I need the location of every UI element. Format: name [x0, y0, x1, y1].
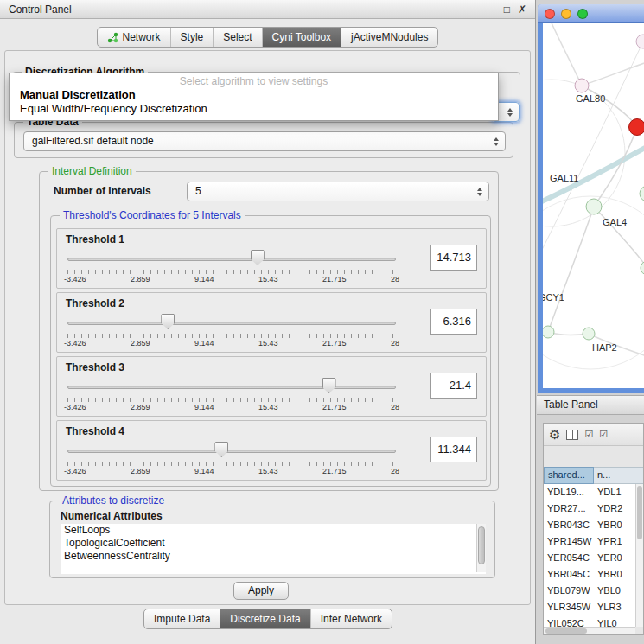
- threshold-4-slider[interactable]: -3.4262.8599.14415.4321.71528: [64, 438, 399, 478]
- slider-track[interactable]: [67, 322, 396, 325]
- gene-node[interactable]: [641, 261, 644, 275]
- tab-style[interactable]: Style: [170, 28, 214, 47]
- gene-node-gal4[interactable]: [586, 199, 602, 214]
- table-cell[interactable]: YDL1: [594, 484, 635, 501]
- table-row[interactable]: YBR045CYBR0: [544, 566, 635, 583]
- select-all-checkbox-icon[interactable]: ☑: [584, 430, 593, 439]
- table-cell[interactable]: YDL19...: [544, 484, 594, 501]
- float-window-icon[interactable]: □: [504, 3, 510, 16]
- table-cell[interactable]: YDR2: [594, 501, 635, 517]
- gene-node[interactable]: [640, 186, 644, 201]
- table-cell[interactable]: YDR27...: [544, 501, 594, 517]
- gene-node-hap2[interactable]: [583, 328, 595, 340]
- threshold-1-value[interactable]: 14.713: [430, 245, 477, 271]
- tab-cyni-toolbox[interactable]: Cyni Toolbox: [262, 28, 341, 47]
- list-item[interactable]: TopologicalCoefficient: [61, 537, 486, 550]
- column-header-shared-name[interactable]: shared...: [544, 467, 594, 484]
- slider-ticks: [67, 398, 396, 402]
- slider-thumb[interactable]: [214, 442, 228, 457]
- tab-jactivemnodules[interactable]: jActiveMNodules: [341, 28, 437, 47]
- tab-impute-data[interactable]: Impute Data: [144, 609, 220, 628]
- network-view-window[interactable]: GAL80 GAL11 GAL4 GCY1 HAP2: [538, 4, 644, 393]
- table-data-combobox[interactable]: galFiltered.sif default node: [23, 131, 506, 151]
- table-cell[interactable]: YIL0: [594, 615, 635, 627]
- minimize-traffic-light-icon[interactable]: [561, 9, 571, 19]
- threshold-2-value[interactable]: 6.316: [430, 309, 477, 335]
- number-of-intervals-combobox[interactable]: 5: [187, 182, 489, 201]
- threshold-3-slider[interactable]: -3.4262.8599.14415.4321.71528: [64, 374, 399, 414]
- table-vertical-scrollbar-thumb[interactable]: [637, 486, 642, 539]
- tab-discretize-data[interactable]: Discretize Data: [220, 609, 309, 628]
- list-item[interactable]: SelfLoops: [61, 524, 486, 537]
- attributes-scrollbar[interactable]: [476, 524, 486, 572]
- threshold-4-value[interactable]: 11.344: [430, 437, 477, 462]
- zoom-traffic-light-icon[interactable]: [577, 9, 588, 19]
- threshold-3-value[interactable]: 21.4: [430, 373, 477, 399]
- node-label-gcy1[interactable]: GCY1: [543, 292, 564, 303]
- table-cell[interactable]: YER054C: [544, 550, 594, 566]
- table-row[interactable]: YIL052CYIL0: [544, 615, 635, 627]
- table-cell[interactable]: YBR0: [594, 517, 635, 533]
- table-horizontal-scrollbar[interactable]: [544, 627, 635, 634]
- table-row[interactable]: YBL079WYBL0: [544, 583, 635, 599]
- table-row[interactable]: YER054CYER0: [544, 550, 635, 566]
- popup-option-manual-discretization[interactable]: Manual Discretization: [10, 88, 498, 102]
- table-cell[interactable]: YBR045C: [544, 566, 594, 583]
- table-cell[interactable]: YIL052C: [544, 615, 594, 627]
- table-row[interactable]: YLR345WYLR3: [544, 599, 635, 615]
- close-traffic-light-icon[interactable]: [545, 9, 555, 19]
- close-icon[interactable]: ✗: [518, 3, 526, 16]
- tab-network[interactable]: Network: [98, 28, 170, 47]
- table-row[interactable]: YPR145WYPR1: [544, 533, 635, 550]
- apply-button[interactable]: Apply: [233, 582, 289, 600]
- table-row[interactable]: YDL19...YDL1: [544, 484, 635, 501]
- node-label-gal4[interactable]: GAL4: [603, 217, 627, 227]
- gene-node-gal80[interactable]: [575, 79, 589, 92]
- gear-icon[interactable]: ⚙: [549, 428, 560, 441]
- table-horizontal-scrollbar-thumb[interactable]: [545, 628, 587, 634]
- algorithm-dropdown-popup: Select algorithm to view settings Manual…: [9, 73, 499, 121]
- attributes-scrollbar-thumb[interactable]: [478, 526, 485, 564]
- attributes-list[interactable]: SelfLoopsTopologicalCoefficientBetweenne…: [61, 524, 486, 574]
- columns-icon[interactable]: [566, 430, 578, 440]
- gene-node[interactable]: [636, 35, 644, 48]
- table-cell[interactable]: YBR043C: [544, 517, 594, 533]
- table-cell[interactable]: YLR345W: [544, 599, 594, 615]
- select-none-checkbox-icon[interactable]: ☑: [599, 430, 608, 439]
- tab-select[interactable]: Select: [213, 28, 261, 47]
- table-cell[interactable]: YPR1: [594, 533, 635, 550]
- threshold-2-slider[interactable]: -3.4262.8599.14415.4321.71528: [64, 310, 399, 350]
- slider-thumb[interactable]: [251, 250, 265, 265]
- control-panel-titlebar[interactable]: Control Panel □ ✗: [0, 0, 535, 19]
- table-vertical-scrollbar[interactable]: [635, 484, 643, 627]
- slider-thumb[interactable]: [322, 378, 336, 393]
- list-item[interactable]: BetweennessCentrality: [61, 550, 486, 563]
- tab-style-label: Style: [181, 31, 204, 43]
- tab-infer-network[interactable]: Infer Network: [310, 609, 392, 628]
- slider-track[interactable]: [67, 258, 396, 261]
- table-toolbar: ⚙ ☑ ☑: [544, 424, 643, 446]
- table-cell[interactable]: YBL079W: [544, 583, 594, 599]
- node-label-hap2[interactable]: HAP2: [592, 342, 617, 353]
- tab-select-label: Select: [223, 31, 252, 43]
- node-label-gal80[interactable]: GAL80: [576, 93, 605, 104]
- network-window-titlebar[interactable]: [538, 4, 644, 23]
- network-canvas[interactable]: GAL80 GAL11 GAL4 GCY1 HAP2: [543, 23, 644, 388]
- table-row[interactable]: YDR27...YDR2: [544, 501, 635, 517]
- table-cell[interactable]: YLR3: [594, 599, 635, 615]
- table-cell[interactable]: YER0: [594, 550, 635, 566]
- popup-option-equal-width[interactable]: Equal Width/Frequency Discretization: [10, 102, 498, 116]
- table-row[interactable]: YBR043CYBR0: [544, 517, 635, 533]
- threshold-1-slider[interactable]: -3.4262.8599.14415.4321.71528: [64, 246, 399, 286]
- column-header-name[interactable]: n...: [594, 467, 643, 484]
- selected-gene-node[interactable]: [629, 119, 644, 136]
- slider-track[interactable]: [67, 386, 396, 389]
- table-panel-header[interactable]: Table Panel: [537, 395, 644, 415]
- table-cell[interactable]: YPR145W: [544, 533, 594, 550]
- gene-node-gcy1[interactable]: [543, 326, 554, 338]
- slider-track[interactable]: [67, 450, 396, 453]
- slider-thumb[interactable]: [161, 314, 175, 329]
- node-label-gal11[interactable]: GAL11: [550, 173, 578, 183]
- table-cell[interactable]: YBR0: [594, 566, 635, 583]
- table-cell[interactable]: YBL0: [594, 583, 635, 599]
